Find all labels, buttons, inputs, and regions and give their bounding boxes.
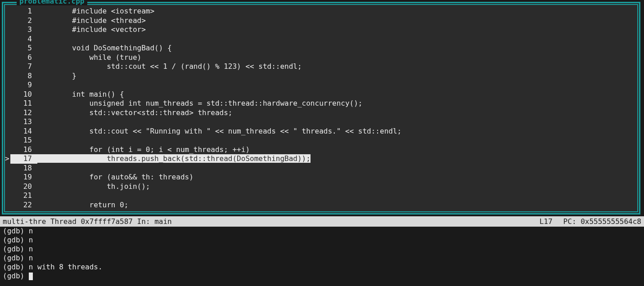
status-thread-info: multi-thre Thread 0x7ffff7a587 In: main [3, 217, 540, 226]
code-line: 20 th.join(); [5, 182, 637, 192]
line-number: 13 [10, 117, 37, 127]
source-code-panel: problematic.cpp 1 #include <iostream> 2 … [2, 2, 640, 214]
console-line: (gdb) n [3, 236, 641, 245]
status-program-counter: PC: 0x5555555564c8 [563, 217, 641, 226]
line-marker [5, 117, 10, 127]
line-number: 10 [10, 90, 37, 99]
line-content: unsigned int num_threads = std::thread::… [37, 99, 637, 108]
line-number: 7 [10, 62, 37, 72]
line-number: 12 [10, 108, 37, 118]
line-marker: > [5, 154, 10, 164]
line-marker [5, 173, 10, 182]
line-number: 21 [10, 191, 37, 201]
code-area[interactable]: 1 #include <iostream> 2 #include <thread… [5, 5, 637, 211]
code-line: 16 for (int i = 0; i < num_threads; ++i) [5, 145, 637, 155]
line-content: void DoSomethingBad() { [37, 44, 637, 53]
line-marker [5, 191, 10, 201]
source-inner-frame: 1 #include <iostream> 2 #include <thread… [4, 4, 638, 212]
line-content: #include <vector> [37, 25, 637, 35]
code-line: 7 std::cout << 1 / (rand() % 123) << std… [5, 62, 637, 72]
line-marker [5, 201, 10, 210]
line-marker [5, 62, 10, 72]
line-content [37, 136, 637, 145]
line-marker [5, 16, 10, 26]
line-content: std::cout << 1 / (rand() % 123) << std::… [37, 62, 637, 72]
line-content: } [37, 72, 637, 81]
line-number: 5 [10, 44, 37, 53]
code-line: 11 unsigned int num_threads = std::threa… [5, 99, 637, 108]
code-line: 2 #include <thread> [5, 16, 637, 26]
line-content: th.join(); [37, 182, 637, 192]
code-line: 4 [5, 35, 637, 44]
line-marker [5, 136, 10, 145]
code-line: 21 [5, 191, 637, 201]
line-content [37, 35, 637, 44]
code-line: 6 while (true) [5, 53, 637, 63]
line-number: 1 [10, 7, 37, 16]
line-marker [5, 182, 10, 192]
status-bar: multi-thre Thread 0x7ffff7a587 In: main … [0, 216, 644, 227]
line-number: 20 [10, 182, 37, 192]
line-content: #include <thread> [37, 16, 637, 26]
line-content [37, 191, 637, 201]
gdb-console[interactable]: (gdb) n(gdb) n(gdb) n(gdb) n(gdb) n with… [0, 227, 644, 286]
code-line: 5 void DoSomethingBad() { [5, 44, 637, 53]
line-marker [5, 108, 10, 118]
line-content: return 0; [37, 201, 637, 210]
line-marker [5, 25, 10, 35]
code-line: 15 [5, 136, 637, 145]
code-line: 10 int main() { [5, 90, 637, 99]
line-marker [5, 35, 10, 44]
line-number: 8 [10, 72, 37, 81]
line-marker [5, 164, 10, 173]
line-content: for (int i = 0; i < num_threads; ++i) [37, 145, 637, 155]
line-number: 4 [10, 35, 37, 44]
line-number: 19 [10, 173, 37, 182]
line-content: #include <iostream> [37, 7, 637, 16]
code-line: 18 [5, 164, 637, 173]
code-line: >17 threads.push_back(std::thread(DoSome… [5, 154, 637, 164]
line-number: 14 [10, 127, 37, 136]
line-marker [5, 7, 10, 16]
line-marker [5, 90, 10, 99]
line-marker [5, 99, 10, 108]
line-number: 15 [10, 136, 37, 145]
line-content [37, 80, 637, 90]
line-marker [5, 80, 10, 90]
code-line: 9 [5, 80, 637, 90]
console-line: (gdb) [3, 272, 641, 281]
line-marker [5, 53, 10, 63]
line-marker [5, 127, 10, 136]
code-line: 12 std::vector<std::thread> threads; [5, 108, 637, 118]
line-marker [5, 145, 10, 155]
line-number: 9 [10, 80, 37, 90]
status-line-number: L17 [540, 217, 553, 226]
line-content: for (auto&& th: threads) [37, 173, 637, 182]
cursor-icon [29, 273, 33, 280]
code-line: 3 #include <vector> [5, 25, 637, 35]
line-marker [5, 72, 10, 81]
line-number: 6 [10, 53, 37, 63]
console-line: (gdb) n [3, 227, 641, 236]
code-line: 19 for (auto&& th: threads) [5, 173, 637, 182]
line-number: 3 [10, 25, 37, 35]
code-line: 14 std::cout << "Running with " << num_t… [5, 127, 637, 136]
line-content: std::vector<std::thread> threads; [37, 108, 637, 118]
code-line: 1 #include <iostream> [5, 7, 637, 16]
line-number: 11 [10, 99, 37, 108]
line-content [37, 164, 637, 173]
code-line: 13 [5, 117, 637, 127]
console-line: (gdb) n with 8 threads. [3, 263, 641, 272]
line-content: threads.push_back(std::thread(DoSomethin… [37, 154, 637, 164]
line-number: 22 [10, 201, 37, 210]
line-number: 17 [10, 154, 37, 164]
code-line: 8 } [5, 72, 637, 81]
source-file-title: problematic.cpp [17, 0, 87, 5]
console-line: (gdb) n [3, 245, 641, 254]
console-line: (gdb) n [3, 254, 641, 263]
line-content: int main() { [37, 90, 637, 99]
line-number: 2 [10, 16, 37, 26]
line-content: std::cout << "Running with " << num_thre… [37, 127, 637, 136]
line-number: 18 [10, 164, 37, 173]
code-line: 22 return 0; [5, 201, 637, 210]
